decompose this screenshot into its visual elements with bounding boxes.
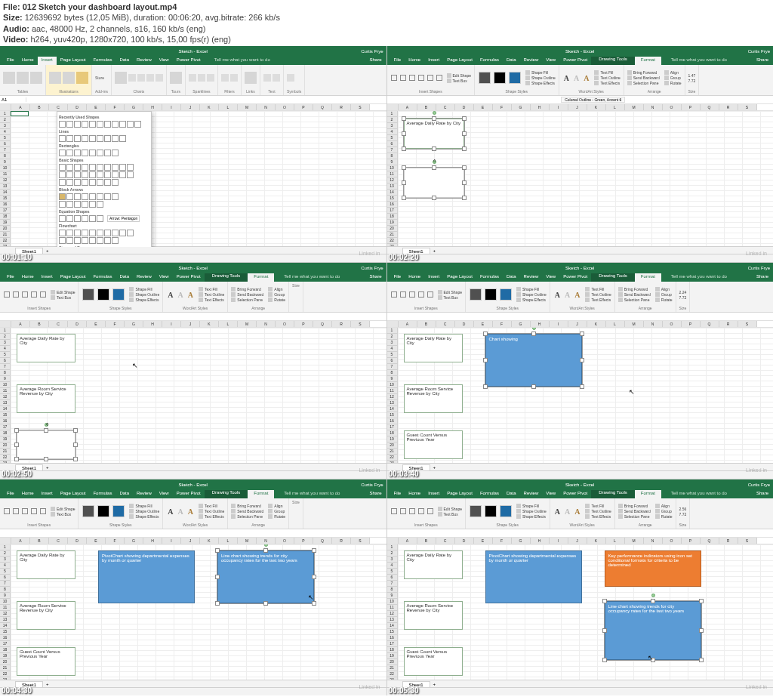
thumbnail-grid: Sketch - Excel Curtis Frye File Home Ins… (0, 46, 773, 695)
tell-me[interactable]: Tell me what you want to do (211, 57, 274, 65)
tab-file[interactable]: File (3, 57, 18, 65)
tab-formulas[interactable]: Formulas (89, 57, 115, 65)
tab-insert[interactable]: Insert (38, 57, 57, 65)
tab-home[interactable]: Home (18, 57, 38, 65)
shapes-dropdown[interactable]: Recently Used Shapes Lines Rectangles Ba… (57, 111, 152, 247)
share-button[interactable]: Share (365, 57, 386, 65)
style-tooltip: Colored Outline - Green, Accent 6 (561, 97, 625, 103)
tab-format[interactable]: Format (635, 57, 661, 65)
thumb-1: Sketch - Excel Curtis Frye File Home Ins… (0, 46, 386, 262)
cursor-icon: ⬨ (433, 156, 436, 164)
tab-view[interactable]: View (156, 57, 173, 65)
shapes-icon[interactable] (76, 72, 88, 84)
recommended-pivot-icon[interactable] (17, 72, 29, 84)
sheet-area[interactable]: 1234567891011121314151617181920212223242… (0, 111, 386, 247)
tab-pagelayout[interactable]: Page Layout (57, 57, 90, 65)
style-blue[interactable] (509, 72, 521, 84)
thumb-2: Sketch - ExcelCurtis Frye FileHomeInsert… (387, 46, 774, 262)
table-icon[interactable] (30, 72, 42, 84)
fill-icon[interactable] (525, 70, 530, 75)
pivottable-icon[interactable] (3, 72, 15, 84)
formula-bar[interactable]: A1 (0, 96, 386, 104)
tab-data[interactable]: Data (115, 57, 133, 65)
edit-shape-icon[interactable] (447, 73, 451, 78)
thumb-6: Sketch - ExcelCurtis Frye FileHomeInsert… (387, 480, 774, 695)
3dmap-icon[interactable] (170, 72, 182, 84)
box-pivotchart[interactable]: PivotChart showing departmental expenses… (98, 550, 195, 603)
tab-powerpivot[interactable]: Power Pivot (173, 57, 205, 65)
titlebar: Sketch - Excel Curtis Frye (0, 46, 386, 57)
thumb-3: Sketch - ExcelCurtis Frye FileHomeInsert… (0, 263, 386, 479)
tab-review[interactable]: Review (133, 57, 156, 65)
box-kpi[interactable]: Key performance indicators using icon se… (605, 550, 701, 587)
ribbon-tabs[interactable]: FileHomeInsertPage LayoutFormulasDataRev… (387, 57, 774, 65)
selected-cell[interactable] (11, 111, 29, 116)
file-metadata: File: 012 Sketch your dashboard layout.m… (0, 0, 773, 46)
online-pics-icon[interactable] (63, 72, 75, 84)
textbox-icon[interactable] (447, 79, 451, 83)
ribbon-format: Edit ShapeText BoxInsert Shapes Shape Fi… (387, 65, 774, 96)
style-black[interactable] (494, 72, 506, 84)
pictures-icon[interactable] (49, 72, 61, 84)
hyperlink-icon[interactable] (245, 72, 257, 84)
thumb-4: Sketch - ExcelCurtis Frye FileHomeInsert… (387, 263, 774, 479)
ribbon-tabs[interactable]: File Home Insert Page Layout Formulas Da… (0, 57, 386, 65)
statusbar (0, 254, 386, 262)
col-headers: ABCDEFGHIJKLMNOPQRS (0, 104, 386, 111)
outline-icon[interactable] (525, 76, 530, 80)
timestamp: 00:01:10 (2, 253, 32, 261)
style-gray[interactable] (479, 72, 491, 84)
charts-icon[interactable] (115, 72, 127, 84)
thumb-5: Sketch - ExcelCurtis Frye FileHomeInsert… (0, 480, 386, 695)
effects-icon[interactable] (525, 81, 530, 85)
ribbon-insert: Tables Illustrations StoreAdd-ins Charts… (0, 65, 386, 96)
watermark: Linked in (359, 251, 380, 256)
